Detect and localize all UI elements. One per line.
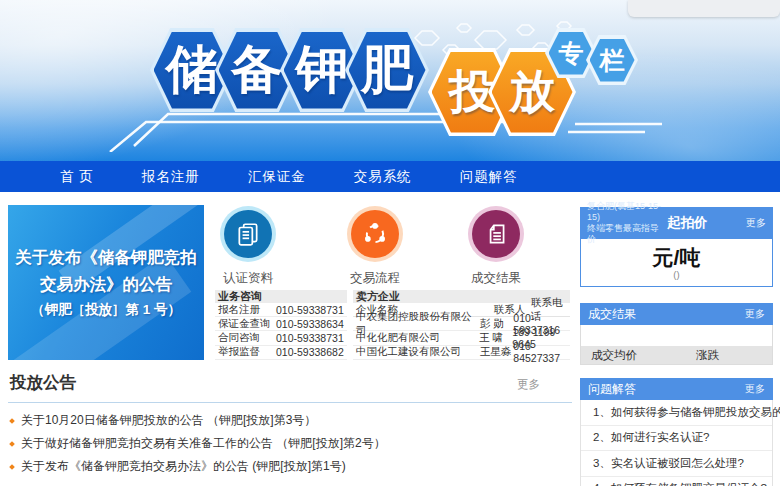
bullet-icon <box>9 464 15 470</box>
notice-item-text: 关于10月20日储备钾肥投放的公告 （钾肥[投放]第3号） <box>21 412 316 429</box>
banner-subtitle-char: 放 <box>509 61 555 123</box>
deal-summary-row: 成交均价 涨跌 <box>581 346 772 364</box>
qa-more-link[interactable]: 更多 <box>745 382 765 396</box>
notice-item[interactable] <box>0 478 572 486</box>
price-more-link[interactable]: 更多 <box>746 216 766 230</box>
consult-label: 报名注册 <box>218 303 276 317</box>
bullet-icon <box>9 441 15 447</box>
announcement-banner-card[interactable]: 关于发布《储备钾肥竞拍 交易办法》的公告 （钾肥［投放］第 1 号） <box>8 205 204 360</box>
banner-badge-char: 专 <box>559 37 584 70</box>
seller-company: 中化化肥有限公司 <box>356 331 479 345</box>
price-note: () <box>673 269 679 280</box>
avg-price-label: 成交均价 <box>591 348 696 363</box>
nav-item-deposit[interactable]: 汇保证金 <box>248 168 306 186</box>
deal-panel-title: 成交结果 <box>588 306 636 323</box>
starting-price-panel: 复合肥(氯基15-15-15) 终端零售最高指导价 起拍价 更多 元/吨 () <box>580 207 773 287</box>
price-panel-header: 复合肥(氯基15-15-15) 终端零售最高指导价 起拍价 更多 <box>580 207 773 239</box>
announcement-card-line2: 交易办法》的公告 <box>40 274 172 296</box>
nav-item-qa[interactable]: 问题解答 <box>460 168 518 186</box>
qa-panel-body: 1、如何获得参与储备钾肥投放交易的权限? 2、如何进行实名认证? 3、实名认证被… <box>580 400 773 486</box>
release-notice-section: 投放公告 更多 关于10月20日储备钾肥投放的公告 （钾肥[投放]第3号） 关于… <box>0 368 572 486</box>
quicklink-certification[interactable]: 认证资料 <box>203 210 293 287</box>
share-network-icon <box>351 210 399 258</box>
deal-panel-body: 成交均价 涨跌 <box>580 325 773 365</box>
consult-label: 合同咨询 <box>218 331 276 345</box>
qa-panel-title: 问题解答 <box>588 381 636 398</box>
deal-results-panel: 成交结果 更多 成交均价 涨跌 <box>580 303 773 365</box>
quicklink-label: 成交结果 <box>451 270 541 287</box>
quicklink-trade-process[interactable]: 交易流程 <box>330 210 420 287</box>
qa-item[interactable]: 3、实名认证被驳回怎么处理? <box>581 451 772 477</box>
main-nav: 首 页 报名注册 汇保证金 交易系统 问题解答 <box>0 161 780 192</box>
bullet-icon <box>9 418 15 424</box>
certificate-docs-icon <box>224 210 272 258</box>
quicklink-label: 交易流程 <box>330 270 420 287</box>
seller-contact: 王星淼 <box>480 345 513 359</box>
table-row: 保证金查询 010-59338634 <box>215 317 347 331</box>
notice-item-text: 关于做好储备钾肥竞拍交易有关准备工作的公告 （钾肥[投放]第2号） <box>21 435 386 452</box>
browser-overlay-remnant <box>628 0 780 17</box>
banner-title-char: 肥 <box>361 35 413 105</box>
divider <box>8 402 572 403</box>
notice-item[interactable]: 关于做好储备钾肥竞拍交易有关准备工作的公告 （钾肥[投放]第2号） <box>0 432 572 455</box>
price-panel-body: 元/吨 () <box>580 239 773 287</box>
notice-section-title: 投放公告 <box>10 372 76 394</box>
price-panel-title: 起拍价 <box>667 214 708 232</box>
page: 储 备 钾 肥 投 放 专 栏 首 页 报名注册 汇保证金 交易系统 <box>0 0 780 486</box>
notice-more-link[interactable]: 更多 <box>517 377 562 392</box>
consult-table-header: 业务咨询 <box>215 290 347 303</box>
seller-contact: 王 啸 <box>479 331 512 345</box>
product-name: 复合肥(氯基15-15-15) <box>587 201 665 223</box>
seller-contact: 彭 勋 <box>480 317 513 331</box>
consult-label: 举报监督 <box>218 345 276 359</box>
price-unit: 元/吨 <box>653 246 701 269</box>
qa-item[interactable]: 4、如何预存储备钾肥交易保证金? <box>581 477 772 486</box>
deal-more-link[interactable]: 更多 <box>745 307 765 321</box>
qa-panel-header: 问题解答 更多 <box>580 378 773 400</box>
quicklink-label: 认证资料 <box>203 270 293 287</box>
notice-item[interactable]: 关于发布《储备钾肥竞拍交易办法》的公告 (钾肥[投放]第1号) <box>0 455 572 478</box>
qa-item[interactable]: 2、如何进行实名认证? <box>581 426 772 452</box>
change-label: 涨跌 <box>696 348 719 363</box>
table-row: 报名注册 010-59338731 <box>215 303 347 317</box>
hero-banner: 储 备 钾 肥 投 放 专 栏 <box>0 0 780 161</box>
table-row: 中国化工建设有限公司 王星淼 010-84527337 <box>353 346 570 360</box>
banner-title-char: 储 <box>166 35 218 105</box>
consult-phone: 010-59338634 <box>276 318 344 330</box>
consult-phone: 010-59338731 <box>276 332 344 344</box>
deal-panel-header: 成交结果 更多 <box>580 303 773 325</box>
product-subtitle: 终端零售最高指导价 <box>587 223 665 245</box>
banner-badge-char: 栏 <box>600 44 625 77</box>
consult-phone: 010-59338731 <box>276 304 344 316</box>
announcement-card-line3: （钾肥［投放］第 1 号） <box>31 301 181 319</box>
quicklink-deal-results[interactable]: 成交结果 <box>451 210 541 287</box>
announcement-card-line1: 关于发布《储备钾肥竞拍 <box>15 247 197 269</box>
notice-item-text: 关于发布《储备钾肥竞拍交易办法》的公告 (钾肥[投放]第1号) <box>21 458 346 475</box>
qa-item[interactable]: 1、如何获得参与储备钾肥投放交易的权限? <box>581 400 772 426</box>
notice-item[interactable]: 关于10月20日储备钾肥投放的公告 （钾肥[投放]第3号） <box>0 409 572 432</box>
consult-label: 保证金查询 <box>218 317 276 331</box>
seller-phone: 010-84527337 <box>513 340 570 364</box>
nav-item-home[interactable]: 首 页 <box>60 168 94 186</box>
qa-panel: 问题解答 更多 1、如何获得参与储备钾肥投放交易的权限? 2、如何进行实名认证?… <box>580 378 773 486</box>
business-consult-table: 业务咨询 报名注册 010-59338731 保证金查询 010-5933863… <box>215 290 347 360</box>
nav-item-trading-system[interactable]: 交易系统 <box>354 168 412 186</box>
deal-empty-row <box>581 325 772 346</box>
consult-phone: 010-59338682 <box>276 346 344 358</box>
seller-companies-table: 卖方企业 企业名称 联系人 联系电话 中农集团控股股份有限公司 彭 勋 010-… <box>353 290 570 360</box>
table-row: 合同咨询 010-59338731 <box>215 331 347 345</box>
result-doc-icon <box>472 210 520 258</box>
table-row: 举报监督 010-59338682 <box>215 346 347 360</box>
seller-company: 中国化工建设有限公司 <box>356 345 480 359</box>
banner-title-char: 钾 <box>296 35 348 105</box>
notice-header: 投放公告 更多 <box>0 368 572 402</box>
nav-item-register[interactable]: 报名注册 <box>142 168 200 186</box>
banner-title-char: 备 <box>231 35 283 105</box>
